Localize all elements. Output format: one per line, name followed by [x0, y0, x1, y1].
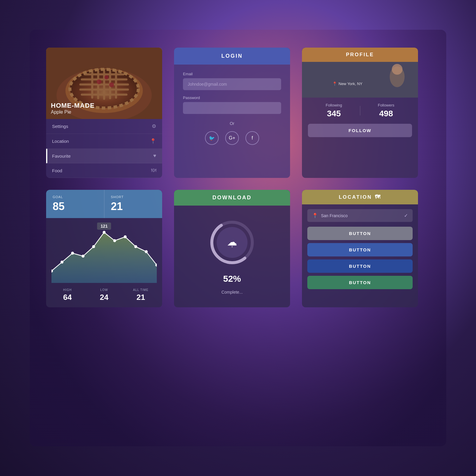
food-label: HOME-MADE Apple Pie: [51, 102, 95, 115]
chart-area: 121: [46, 218, 162, 284]
short-label: SHORT: [111, 195, 156, 199]
menu-item-food[interactable]: Food 🍽: [46, 163, 162, 178]
password-field[interactable]: [183, 102, 281, 114]
food-subtitle: Apple Pie: [51, 109, 95, 115]
twitter-icon: 🐦: [209, 135, 215, 141]
download-body: ☁ ↓ 52% Complete...: [174, 206, 290, 307]
download-percent: 52%: [223, 274, 241, 284]
stats-card: GOAL 85 SHORT 21 121: [46, 190, 162, 307]
goal-label: GOAL: [53, 195, 98, 199]
location-field[interactable]: 📍 San Francisco ✓: [307, 209, 413, 222]
or-divider: Or: [183, 121, 281, 126]
download-progress-circle: ☁ ↓: [208, 219, 256, 266]
google-button[interactable]: G+: [225, 131, 239, 145]
following-label: Following: [308, 103, 360, 107]
download-card: DOWNLOAD ☁ ↓ 52% Complete...: [174, 190, 290, 307]
location-title: LOCATION 🗺: [302, 190, 418, 204]
facebook-icon: f: [252, 135, 253, 141]
button-3[interactable]: BUTTON: [307, 259, 413, 273]
food-card: HOME-MADE Apple Pie Settings ⚙ Location …: [46, 48, 162, 178]
alltime-label: ALL TIME: [123, 288, 159, 292]
login-card: LOGIN Email Password Or 🐦 G+ f: [174, 48, 290, 178]
follow-button[interactable]: FOLLOW: [308, 124, 412, 137]
svg-point-32: [103, 231, 106, 234]
google-icon: G+: [229, 135, 235, 141]
following-stat: Following 345: [308, 103, 360, 118]
svg-point-30: [82, 255, 84, 258]
svg-point-29: [71, 252, 74, 255]
low-value: 24: [86, 293, 122, 302]
svg-point-22: [392, 64, 403, 75]
followers-stat: Followers 498: [360, 103, 412, 118]
heart-icon: ♥: [153, 153, 156, 159]
location-map-icon: 🗺: [375, 194, 381, 200]
profile-stats: Following 345 Followers 498: [302, 98, 418, 124]
email-field[interactable]: [183, 78, 281, 90]
svg-point-28: [60, 261, 63, 264]
download-title: DOWNLOAD: [174, 190, 290, 206]
goal-value: 85: [53, 200, 98, 213]
food-icon: 🍽: [151, 167, 156, 173]
gear-icon: ⚙: [152, 123, 156, 129]
food-label-menu: Food: [52, 168, 62, 173]
social-row: 🐦 G+ f: [183, 131, 281, 145]
twitter-button[interactable]: 🐦: [205, 131, 219, 145]
download-status: Complete...: [221, 290, 243, 295]
profile-title: PROFILE: [302, 48, 418, 62]
followers-value: 498: [360, 109, 412, 118]
profile-banner: John Doe 📍 New York, NY: [302, 62, 418, 98]
password-label: Password: [183, 95, 281, 100]
location-card: LOCATION 🗺 📍 San Francisco ✓ BUTTON BUTT…: [302, 190, 418, 307]
high-label: HIGH: [49, 288, 86, 292]
alltime-block: ALL TIME 21: [123, 288, 159, 302]
pin-icon: 📍: [312, 213, 318, 218]
login-title: LOGIN: [174, 48, 290, 65]
svg-text:↓: ↓: [231, 243, 233, 248]
short-block: SHORT 21: [104, 190, 162, 218]
button-4[interactable]: BUTTON: [307, 276, 413, 289]
check-icon: ✓: [404, 213, 408, 218]
low-label: LOW: [86, 288, 122, 292]
food-title: HOME-MADE: [51, 102, 95, 109]
favourite-label: Favourite: [52, 154, 71, 159]
alltime-value: 21: [123, 293, 159, 302]
button-1[interactable]: BUTTON: [307, 227, 413, 240]
food-menu: Settings ⚙ Location 📍 Favourite ♥ Food 🍽: [46, 119, 162, 178]
followers-label: Followers: [360, 103, 412, 107]
svg-point-31: [92, 245, 95, 248]
menu-item-location[interactable]: Location 📍: [46, 134, 162, 149]
menu-item-favourite[interactable]: Favourite ♥: [46, 149, 162, 163]
profile-card: PROFILE John Doe: [302, 48, 418, 178]
login-body: Email Password Or 🐦 G+ f: [174, 65, 290, 153]
stats-top: GOAL 85 SHORT 21: [46, 190, 162, 218]
line-chart: [51, 223, 157, 283]
high-block: HIGH 64: [49, 288, 86, 302]
email-label: Email: [183, 72, 281, 76]
facebook-button[interactable]: f: [245, 131, 259, 145]
city-name: San Francisco: [321, 213, 347, 218]
button-2[interactable]: BUTTON: [307, 243, 413, 256]
following-value: 345: [308, 109, 360, 118]
button-row: BUTTON BUTTON BUTTON BUTTON: [302, 227, 418, 292]
svg-point-34: [124, 235, 127, 238]
settings-label: Settings: [52, 124, 68, 129]
profile-location: 📍 New York, NY: [332, 82, 362, 86]
menu-item-settings[interactable]: Settings ⚙: [46, 119, 162, 134]
chart-tooltip: 121: [97, 223, 111, 230]
high-value: 64: [49, 293, 86, 302]
goal-block: GOAL 85: [46, 190, 104, 218]
location-icon: 📍: [150, 138, 156, 144]
location-title-text: LOCATION: [339, 194, 372, 200]
stats-bottom: HIGH 64 LOW 24 ALL TIME 21: [46, 284, 162, 307]
location-pin-icon: 📍: [332, 82, 337, 86]
short-value: 21: [111, 200, 156, 213]
low-block: LOW 24: [86, 288, 122, 302]
location-label: Location: [52, 139, 69, 144]
svg-point-36: [145, 250, 148, 253]
svg-point-33: [113, 239, 116, 242]
food-image: HOME-MADE Apple Pie: [46, 48, 162, 119]
svg-point-35: [134, 245, 137, 248]
